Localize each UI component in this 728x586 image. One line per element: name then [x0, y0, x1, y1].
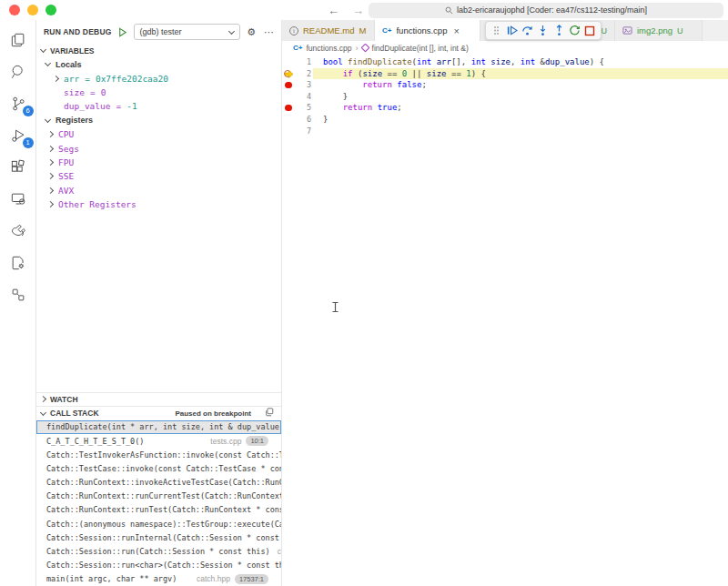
copy-call-stack-icon[interactable] [265, 408, 274, 419]
stack-frame-row[interactable]: Catch::RunContext::runTest(Catch::RunCon… [36, 503, 281, 517]
explorer-icon[interactable] [6, 28, 30, 51]
start-debugging-button[interactable] [116, 25, 129, 38]
variables-section-header[interactable]: VARIABLES [36, 44, 281, 57]
variables-tree: Locals arr=0x7ffe202caa20size=0dup_value… [36, 57, 281, 211]
stack-frame-row[interactable]: Catch::Session::run(Catch::Session * con… [36, 544, 281, 558]
minimize-window-button[interactable] [27, 5, 38, 15]
markdown-file-icon: i [289, 26, 298, 35]
step-out-icon[interactable] [551, 24, 566, 38]
step-into-icon[interactable] [536, 24, 551, 38]
register-group-row[interactable]: CPU [36, 127, 281, 141]
register-group-row[interactable]: Segs [36, 141, 281, 155]
stack-frame-row[interactable]: main(int argc, char ** argv)catch.hpp175… [36, 572, 281, 586]
stack-frame-label: Catch::Session::runInternal(Catch::Sessi… [46, 533, 281, 542]
code-line[interactable]: 7 [282, 126, 728, 137]
tab-functions-cpp[interactable]: C+ functions.cpp × [375, 20, 480, 41]
more-actions-icon[interactable]: ⋯ [262, 27, 276, 37]
debug-toolbar [485, 21, 602, 40]
remote-explorer-icon[interactable] [6, 187, 30, 210]
tab-img2-png[interactable]: img2.png U [615, 20, 703, 41]
breadcrumb-file[interactable]: functions.cpp [306, 44, 351, 53]
maximize-window-button[interactable] [46, 5, 56, 15]
stack-frame-label: Catch::RunContext::invokeActiveTestCase(… [46, 478, 281, 487]
breakpoint-gutter[interactable] [282, 114, 294, 126]
register-group-row[interactable]: SSE [36, 169, 281, 183]
code-line[interactable]: 2 if (size == 0 || size == 1) { [282, 68, 728, 80]
registers-list: CPUSegsFPUSSEAVXOther Registers [36, 127, 281, 211]
code-line[interactable]: 4 } [282, 91, 728, 103]
code-line[interactable]: 5 return true; [282, 102, 728, 114]
tab-readme[interactable]: i README.md M [282, 20, 375, 41]
close-icon[interactable]: × [453, 25, 459, 36]
panel-title: RUN AND DEBUG [44, 27, 112, 36]
tab-label: functions.cpp [396, 25, 447, 35]
continue-icon[interactable] [505, 24, 520, 38]
stack-frame-row[interactable]: Catch::(anonymous namespace)::TestGroup:… [36, 517, 281, 530]
search-icon[interactable] [6, 60, 30, 83]
variable-row[interactable]: dup_value=-1 [36, 99, 281, 113]
stack-frame-label: Catch::TestCase::invoke(const Catch::Tes… [46, 464, 281, 473]
address-bar[interactable]: lab2-ericaraujophd [Coder: ea47/cs112-te… [369, 3, 723, 18]
close-window-button[interactable] [9, 5, 20, 15]
stack-frame-row[interactable]: findDuplicate(int * arr, int size, int &… [36, 420, 281, 434]
panel-empty-space [36, 211, 281, 391]
stack-frame-file: c... [270, 547, 281, 556]
breadcrumb-symbol[interactable]: findDuplicate(int [], int, int &) [372, 44, 469, 53]
register-group-row[interactable]: FPU [36, 156, 281, 169]
run-and-debug-icon[interactable]: 1 [6, 124, 30, 146]
stack-frame-row[interactable]: Catch::Session::run<char>(Catch::Session… [36, 559, 281, 572]
breakpoint-gutter[interactable] [282, 126, 294, 137]
variable-row[interactable]: size=0 [36, 86, 281, 99]
restart-icon[interactable] [567, 24, 581, 38]
watch-section-header[interactable]: WATCH [36, 392, 281, 406]
stack-frame-label: main(int argc, char ** argv) [46, 574, 177, 583]
breakpoint-gutter[interactable] [282, 91, 294, 103]
gear-icon[interactable]: ⚙ [245, 27, 258, 37]
breakpoint-icon[interactable] [282, 79, 294, 91]
variable-value: 0 [101, 87, 106, 97]
source-control-icon[interactable]: 6 [6, 92, 30, 115]
stack-frame-row[interactable]: Catch::Session::runInternal(Catch::Sessi… [36, 530, 281, 544]
extensions-icon[interactable] [6, 156, 30, 178]
chevron-right-icon [47, 159, 54, 166]
stack-frame-line-badge: 17537:1 [235, 574, 268, 584]
symbols-icon[interactable] [6, 283, 30, 306]
code-line[interactable]: 6} [282, 114, 728, 126]
stack-frame-row[interactable]: C_A_T_C_H_T_E_S_T_0()tests.cpp10:1 [36, 434, 281, 448]
chevron-right-icon [53, 76, 59, 82]
breakpoint-icon[interactable] [282, 102, 294, 114]
code-line[interactable]: 3 return false; [282, 79, 728, 91]
registers-scope-row[interactable]: Registers [36, 114, 281, 127]
step-over-icon[interactable] [521, 24, 535, 38]
forward-icon[interactable]: → [352, 4, 364, 17]
stack-frame-row[interactable]: Catch::RunContext::runCurrentTest(Catch:… [36, 490, 281, 503]
stop-icon[interactable] [582, 24, 597, 38]
register-group-row[interactable]: AVX [36, 184, 281, 197]
locals-scope-row[interactable]: Locals [36, 57, 281, 71]
breadcrumb: C+ functions.cpp › findDuplicate(int [],… [282, 41, 728, 55]
code-text: return false; [311, 79, 427, 91]
chevron-right-icon [47, 131, 54, 137]
symbol-method-icon [360, 44, 369, 53]
register-group-row[interactable]: Other Registers [36, 197, 281, 211]
call-stack-section-header[interactable]: CALL STACK Paused on breakpoint [36, 406, 281, 420]
breakpoint-gutter[interactable] [282, 56, 294, 68]
breakpoint-current-icon[interactable] [282, 68, 294, 80]
address-text: lab2-ericaraujophd [Coder: ea47/cs112-te… [457, 5, 647, 15]
code-line[interactable]: 1bool findDuplicate(int arr[], int size,… [282, 56, 728, 68]
variable-row[interactable]: arr=0x7ffe202caa20 [36, 71, 281, 85]
register-group-label: AVX [58, 186, 74, 196]
line-number: 5 [294, 102, 311, 114]
stack-frame-row[interactable]: Catch::TestInvokerAsFunction::invoke(con… [36, 448, 281, 461]
launch-config-dropdown[interactable]: (gdb) tester [134, 24, 241, 40]
live-share-icon[interactable] [6, 219, 30, 242]
file-settings-icon[interactable] [6, 251, 30, 274]
toolbar-drag-handle[interactable] [490, 24, 504, 38]
code-text [311, 126, 323, 137]
stack-frame-label: Catch::Session::run<char>(Catch::Session… [46, 561, 281, 570]
stack-frame-row[interactable]: Catch::TestCase::invoke(const Catch::Tes… [36, 461, 281, 475]
stack-frame-row[interactable]: Catch::RunContext::invokeActiveTestCase(… [36, 476, 281, 490]
back-icon[interactable]: ← [328, 4, 339, 17]
editor-group: i README.md M C+ functions.cpp × ng U im… [282, 20, 728, 586]
untracked-badge: U [602, 26, 608, 35]
